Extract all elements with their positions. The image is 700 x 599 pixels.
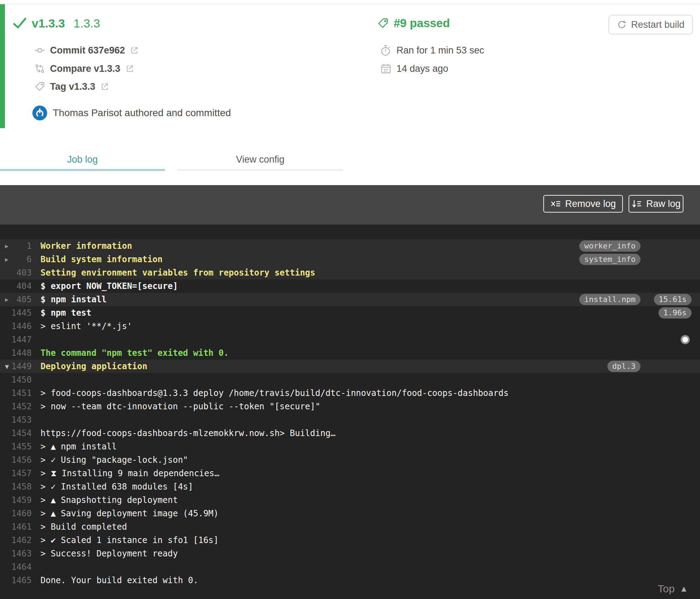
log-line-number[interactable]: 1464 [0, 560, 32, 574]
scroll-to-top-link[interactable]: Top ▲ [658, 583, 688, 595]
remove-log-button[interactable]: Remove log [543, 195, 623, 213]
log-line-number[interactable]: 1461 [0, 520, 32, 534]
log-line: 1448The command "npm test" exited with 0… [0, 346, 700, 360]
finished-time-row: 27 14 days ago [380, 61, 448, 76]
log-line-number[interactable]: 403 [0, 266, 32, 279]
build-number-label: #9 passed [394, 17, 450, 30]
log-line-text: $ export NOW_TOKEN=[secure] [40, 279, 178, 293]
tab-job-log[interactable]: Job log [0, 128, 165, 174]
log-line-number[interactable]: 1463 [0, 547, 32, 560]
log-line-number[interactable]: 1 [0, 239, 32, 253]
fold-tag-badge: dpl.3 [607, 361, 640, 372]
log-line-number[interactable]: 1445 [0, 306, 32, 320]
compare-link[interactable]: Compare v1.3.3 [35, 61, 134, 76]
log-line: 1459> ▲ Snapshotting deployment [0, 493, 700, 507]
log-lines: ▶1Worker informationworker_info▶6Build s… [0, 239, 700, 587]
log-line-text: $ npm install [40, 293, 107, 306]
log-line-text: > food-coops-dashboards@1.3.3 deploy /ho… [40, 386, 508, 400]
log-line-text: > ▲ Snapshotting deployment [40, 493, 178, 507]
log-line: 1451> food-coops-dashboards@1.3.3 deploy… [0, 386, 700, 400]
log-line-number[interactable]: 404 [0, 279, 32, 293]
log-line-number[interactable]: 1447 [0, 333, 32, 346]
step-duration-badge: 1.96s [658, 307, 692, 319]
finished-time-label: 14 days ago [396, 63, 448, 74]
log-line: 1456> ✓ Using "package-lock.json" [0, 453, 700, 467]
log-line-number[interactable]: 1465 [0, 574, 32, 587]
tab-view-config[interactable]: View config [177, 128, 343, 174]
log-line: 1450 [0, 373, 700, 386]
scroll-to-top-label: Top [658, 583, 675, 595]
log-line-number[interactable]: 1456 [0, 453, 32, 467]
raw-log-button[interactable]: Raw log [629, 195, 683, 213]
log-line-text: Deploying application [40, 360, 147, 373]
log-line-number[interactable]: 1455 [0, 440, 32, 453]
log-line-number[interactable]: 1459 [0, 493, 32, 507]
log-line: 404$ export NOW_TOKEN=[secure] [0, 279, 700, 293]
log-line: 1447 [0, 333, 700, 346]
log-line: 1457> ⧗ Installing 9 main dependencies… [0, 467, 700, 480]
log-line-text: > Success! Deployment ready [40, 547, 178, 560]
log-line-number[interactable]: 1450 [0, 373, 32, 386]
log-line: 1464 [0, 560, 700, 574]
log-position-marker [681, 335, 690, 344]
log-line: 403Setting environment variables from re… [0, 266, 700, 279]
log-line-text: > eslint '**/*.js' [40, 320, 132, 333]
log-line-text: > Build completed [40, 520, 127, 534]
log-line: 1454https://food-coops-dashboards-mlzemo… [0, 427, 700, 440]
commit-link[interactable]: Commit 637e962 [35, 43, 138, 58]
log-line-number[interactable]: 6 [0, 253, 32, 266]
log-line-text: > ✓ Installed 638 modules [4s] [40, 480, 193, 493]
job-tabs: Job log View config [0, 128, 700, 185]
tag-icon [35, 81, 45, 92]
calendar-day-number: 27 [384, 68, 388, 72]
log-line-number[interactable]: 1462 [0, 534, 32, 547]
restart-build-button[interactable]: Restart build [608, 15, 693, 34]
build-summary-card: v1.3.3 1.3.3 Commit 637e962 [0, 4, 700, 129]
log-area: ▶1Worker informationworker_info▶6Build s… [0, 225, 700, 599]
log-line-text: > ▲ npm install [40, 440, 117, 453]
log-line: 1455> ▲ npm install [0, 440, 700, 453]
build-tag-icon [377, 18, 389, 29]
log-line-text: The command "npm test" exited with 0. [40, 346, 229, 360]
tab-job-log-label: Job log [0, 154, 165, 165]
log-line-text: Build system information [40, 253, 163, 266]
log-line-text: $ npm test [40, 306, 92, 320]
log-line: 1446> eslint '**/*.js' [0, 320, 700, 333]
log-line-number[interactable]: 1449 [0, 360, 32, 373]
raw-log-icon [631, 198, 642, 209]
commit-icon [35, 45, 45, 56]
log-line-text: > ⧗ Installing 9 main dependencies… [40, 467, 219, 480]
log-line-text: > ✓ Using "package-lock.json" [40, 453, 188, 467]
external-link-icon [125, 64, 134, 73]
build-number-status: #9 passed [377, 15, 450, 31]
log-line-number[interactable]: 1454 [0, 427, 32, 440]
log-line-number[interactable]: 1460 [0, 507, 32, 520]
log-line-number[interactable]: 1452 [0, 400, 32, 413]
log-line-text: Done. Your build exited with 0. [40, 574, 198, 587]
remove-log-icon [550, 198, 561, 209]
tab-view-config-label: View config [177, 154, 343, 165]
log-line: ▶405$ npm installinstall.npm15.61s [0, 293, 700, 306]
log-line-number[interactable]: 1457 [0, 467, 32, 480]
log-line: 1453 [0, 413, 700, 427]
log-line-text: Worker information [40, 239, 132, 253]
log-line-number[interactable]: 1453 [0, 413, 32, 427]
log-line-number[interactable]: 1448 [0, 346, 32, 360]
build-subtitle: 1.3.3 [74, 17, 100, 30]
log-line: ▶1Worker informationworker_info [0, 239, 700, 253]
log-line: 1452> now --team dtc-innovation --public… [0, 400, 700, 413]
external-link-icon [130, 46, 138, 55]
build-title: v1.3.3 [32, 17, 65, 30]
fold-tag-badge: install.npm [579, 294, 640, 305]
log-line: 1461> Build completed [0, 520, 700, 534]
log-line-number[interactable]: 1451 [0, 386, 32, 400]
tag-link[interactable]: Tag v1.3.3 [35, 79, 109, 94]
restart-build-label: Restart build [631, 19, 685, 30]
job-page: v1.3.3 1.3.3 Commit 637e962 [0, 0, 700, 599]
log-line-number[interactable]: 1458 [0, 480, 32, 493]
log-line: 1458> ✓ Installed 638 modules [4s] [0, 480, 700, 493]
log-line-number[interactable]: 405 [0, 293, 32, 306]
log-line: ▼1449Deploying applicationdpl.3 [0, 360, 700, 373]
log-line-text: > ✔ Scaled 1 instance in sfo1 [16s] [40, 534, 219, 547]
log-line-number[interactable]: 1446 [0, 320, 32, 333]
